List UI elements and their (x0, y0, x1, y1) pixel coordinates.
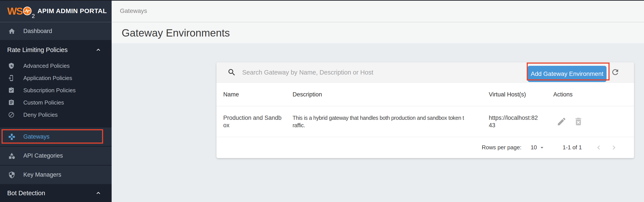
window-top-edge (0, 0, 644, 1)
brand-logo[interactable]: WS 2 APIM ADMIN PORTAL (0, 0, 112, 22)
category-icon (8, 152, 16, 160)
column-header-virtual-hosts: Virtual Host(s) (489, 91, 526, 98)
sidebar-item-subscription-policies[interactable]: Subscription Policies (0, 84, 112, 96)
delete-icon[interactable] (573, 117, 584, 127)
sidebar-item-label: Deny Policies (23, 112, 58, 118)
sidebar-item-label: API Categories (23, 152, 63, 159)
next-page-icon[interactable] (610, 143, 618, 152)
refresh-icon[interactable] (611, 68, 620, 76)
page-title: Gateway Environments (122, 27, 230, 39)
clipboard-check-icon (8, 87, 14, 93)
sidebar-item-label: Application Policies (23, 75, 72, 81)
card-toolbar: Add Gateway Environment (216, 62, 634, 83)
sidebar-spacer (0, 121, 112, 128)
sidebar-item-advanced-policies[interactable]: Advanced Policies (0, 60, 112, 72)
edit-icon[interactable] (556, 117, 566, 127)
sidebar-item-label: Advanced Policies (23, 62, 70, 69)
table-row: Production and Sandb ox This is a hybrid… (216, 106, 634, 137)
sidebar-item-label: Custom Policies (23, 99, 64, 106)
sidebar-item-label: Gateways (23, 133, 50, 140)
sidebar-item-custom-policies[interactable]: Custom Policies (0, 96, 112, 109)
sidebar-section-rate-limiting-policies[interactable]: Rate Limiting Policies (0, 40, 112, 60)
cell-description: This is a hybrid gateway that handles bo… (292, 114, 464, 129)
column-header-actions: Actions (553, 91, 573, 98)
add-gateway-environment-button[interactable]: Add Gateway Environment (528, 66, 606, 82)
sidebar-item-label: Key Managers (23, 171, 61, 178)
section-label: Bot Detection (7, 189, 45, 197)
sidebar: WS 2 APIM ADMIN PORTAL Dashboard Rate Li… (0, 0, 112, 202)
section-label: Rate Limiting Policies (7, 46, 68, 54)
dropdown-arrow-icon (539, 144, 545, 151)
sidebar-item-deny-policies[interactable]: Deny Policies (0, 109, 112, 121)
security-shield-icon (8, 171, 16, 179)
table-pagination: Rows per page: 10 1-1 of 1 (216, 137, 634, 158)
sidebar-item-dashboard[interactable]: Dashboard (0, 22, 112, 40)
sidebar-item-gateways[interactable]: Gateways (0, 128, 112, 146)
sidebar-item-application-policies[interactable]: Application Policies (0, 72, 112, 84)
pagination-range: 1-1 of 1 (563, 144, 582, 151)
search-input[interactable] (242, 66, 482, 78)
table-header: Name Description Virtual Host(s) Actions (216, 83, 634, 106)
portal-title: APIM ADMIN PORTAL (38, 7, 107, 15)
brand-subscript: 2 (32, 13, 35, 19)
breadcrumb[interactable]: Gateways (120, 8, 147, 15)
cell-name: Production and Sandb ox (223, 114, 282, 129)
column-header-description: Description (292, 91, 322, 98)
search-icon (228, 68, 236, 77)
sidebar-item-label: Subscription Policies (23, 87, 76, 94)
breadcrumb-bar: Gateways (112, 0, 644, 22)
cell-virtual-hosts: https://localhost:82 43 (489, 114, 538, 129)
clipboard-list-icon (8, 99, 14, 106)
previous-page-icon[interactable] (594, 143, 603, 152)
rows-per-page-label: Rows per page: (482, 144, 522, 151)
column-header-name: Name (223, 91, 239, 98)
phone-gear-icon (8, 75, 14, 81)
sidebar-item-key-managers[interactable]: Key Managers (0, 165, 112, 184)
dpad-gateways-icon (8, 133, 16, 141)
wso2-logo-icon (23, 7, 32, 15)
chevron-up-icon (95, 46, 102, 53)
sidebar-item-label: Dashboard (23, 28, 52, 35)
sidebar-item-api-categories[interactable]: API Categories (0, 146, 112, 165)
chevron-up-icon (95, 189, 102, 196)
home-icon (8, 28, 16, 35)
rows-per-page-select[interactable]: 10 (531, 144, 545, 151)
page-title-bar: Gateway Environments (112, 22, 644, 43)
brand-ws-text: WS (7, 5, 22, 17)
rows-per-page-value: 10 (531, 144, 537, 151)
policy-shield-icon (8, 62, 14, 69)
sidebar-section-bot-detection[interactable]: Bot Detection (0, 184, 112, 202)
gateways-card: Add Gateway Environment Name Description… (216, 62, 634, 158)
block-icon (8, 112, 14, 118)
